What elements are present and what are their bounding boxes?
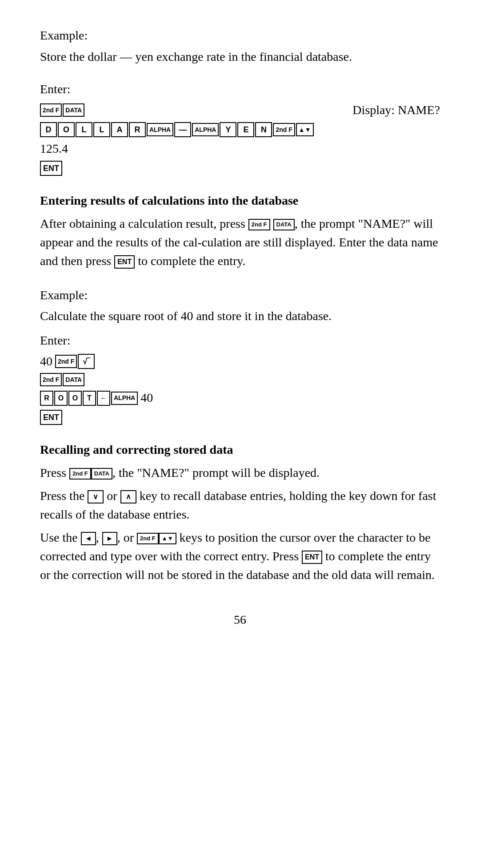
inline-key-2ndf-6: 2nd F [69, 468, 91, 480]
inline-key-data-2: DATA [273, 219, 295, 230]
example1-value: 125.4 [40, 140, 440, 158]
inline-key-data-4: DATA [91, 468, 112, 480]
key-bracket-left: ← [97, 391, 110, 406]
section2-para1: Press 2nd FDATA, the "NAME?" prompt will… [40, 464, 440, 482]
key-O-1: O [58, 122, 75, 137]
example2-enter-label: Enter: [40, 332, 440, 350]
inline-key-right: ► [102, 532, 117, 545]
key-data-3: DATA [63, 373, 84, 386]
example1-description: Store the dollar — yen exchange rate in … [40, 48, 440, 66]
key-2ndf-2: 2nd F [273, 123, 295, 136]
inline-key-av-2: ▲▼ [159, 533, 176, 544]
key-sqrt: √‾ [78, 354, 95, 369]
key-2ndf-4: 2nd F [55, 355, 77, 368]
inline-key-2ndf-3: 2nd F [248, 219, 270, 230]
section2: Recalling and correcting stored data Pre… [40, 441, 440, 584]
key-alpha-1: ALPHA [147, 123, 173, 136]
key-ent-1: ENT [40, 161, 62, 176]
example1-keys-row2: D O L L A R ALPHA — ALPHA Y E N 2nd F ▲▼ [40, 122, 440, 137]
inline-key-up: ∧ [120, 490, 136, 503]
example1-label: Example: [40, 27, 440, 45]
key-ent-3: ENT [40, 410, 62, 425]
key-bracket-O1: O [54, 391, 68, 406]
example2-label: Example: [40, 286, 440, 305]
key-E: E [237, 122, 254, 137]
example2-line2: 2nd F DATA [40, 373, 440, 386]
key-dash: — [174, 122, 191, 137]
key-2ndf-5: 2nd F [40, 373, 62, 386]
example2-description: Calculate the square root of 40 and stor… [40, 307, 440, 325]
key-D: D [40, 122, 57, 137]
example2-ent-row: ENT [40, 410, 440, 425]
section1-heading: Entering results of calculations into th… [40, 192, 440, 210]
key-alpha-2: ALPHA [192, 123, 219, 136]
key-alpha-3: ALPHA [111, 392, 138, 405]
key-A: A [111, 122, 128, 137]
key-2ndf-1: 2nd F [40, 103, 62, 117]
example1-enter-label: Enter: [40, 80, 440, 99]
key-Y: Y [220, 122, 236, 137]
inline-key-left: ◄ [81, 532, 96, 545]
key-R: R [129, 122, 146, 137]
key-av-1: ▲▼ [296, 123, 314, 136]
section2-para3: Use the ◄, ►, or 2nd F▲▼ keys to positio… [40, 528, 440, 584]
example1-first-key-row: 2nd F DATA Display: NAME? [40, 101, 440, 119]
key-bracket-T: T [83, 391, 96, 406]
key-N: N [255, 122, 272, 137]
example2-section: Example: Calculate the square root of 40… [40, 286, 440, 425]
example1-keys-row1: 2nd F DATA [40, 103, 84, 117]
example1-section: Example: Store the dollar — yen exchange… [40, 27, 440, 176]
example2-line1: 40 2nd F √‾ [40, 353, 440, 371]
section1: Entering results of calculations into th… [40, 192, 440, 270]
inline-key-ent-2: ENT [114, 255, 135, 269]
inline-key-ent-4: ENT [302, 551, 322, 564]
inline-key-2ndf-7: 2nd F [137, 533, 159, 544]
example2-40-prefix: 40 [40, 353, 52, 371]
example1-ent-row: ENT [40, 161, 440, 176]
example2-line3: R O O T ← ALPHA 40 [40, 389, 440, 407]
section2-heading: Recalling and correcting stored data [40, 441, 440, 459]
key-data-1: DATA [63, 103, 84, 117]
inline-key-down: ∨ [88, 490, 104, 503]
page-number: 56 [40, 611, 440, 629]
key-L-1: L [76, 122, 92, 137]
key-L-2: L [93, 122, 110, 137]
example2-40-suffix: 40 [140, 389, 153, 407]
key-bracket-R: R [40, 391, 53, 406]
section1-paragraph: After obtaining a calculation result, pr… [40, 214, 440, 270]
display-label: Display: NAME? [352, 101, 440, 119]
key-bracket-O2: O [68, 391, 82, 406]
section2-para2: Press the ∨ or ∧ key to recall database … [40, 487, 440, 524]
